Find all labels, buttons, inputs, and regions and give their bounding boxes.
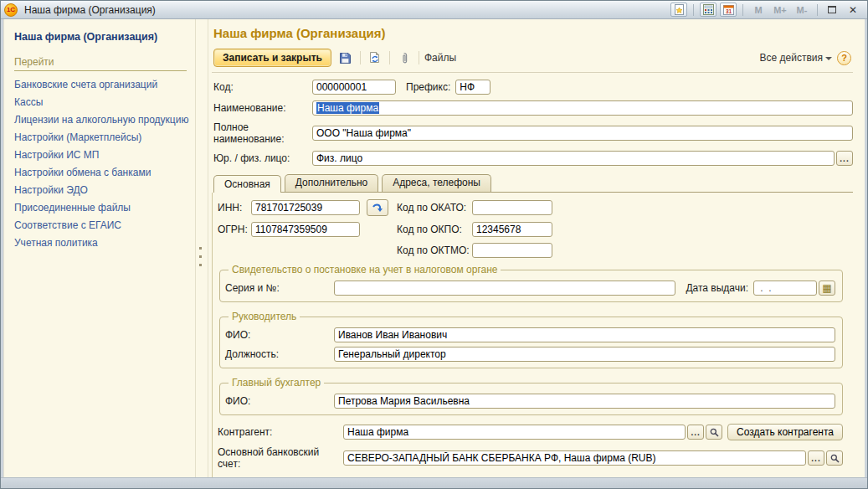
- sidebar-splitter[interactable]: [195, 19, 208, 477]
- toolbar-separator: [419, 51, 419, 64]
- memory-add-button[interactable]: M+: [771, 3, 789, 17]
- toolbar: Записать и закрыть Файлы Все действия ?: [212, 49, 853, 73]
- code-label: Код:: [213, 81, 312, 93]
- files-button[interactable]: Файлы: [424, 52, 456, 64]
- code-input[interactable]: [312, 80, 396, 95]
- ogrn-input[interactable]: [251, 222, 360, 237]
- bank-account-search-icon[interactable]: [826, 450, 843, 466]
- series-label: Серия и №:: [225, 282, 334, 294]
- director-group-title: Руководитель: [229, 311, 300, 322]
- director-group: Руководитель ФИО: Должность:: [219, 311, 843, 368]
- toolbar-separator: [389, 51, 390, 64]
- director-fio-label: ФИО:: [225, 329, 334, 341]
- counterparty-input[interactable]: [343, 425, 686, 440]
- director-position-label: Должность:: [225, 348, 334, 360]
- counterparty-search-icon[interactable]: [706, 425, 722, 440]
- sidebar-section-goto: Перейти: [14, 56, 187, 71]
- ogrn-label: ОГРН:: [218, 224, 251, 235]
- maximize-button[interactable]: [824, 3, 840, 17]
- close-button[interactable]: ✕: [844, 3, 862, 17]
- 1c-logo-icon: 1С: [4, 3, 18, 17]
- titlebar: 1С Наша фирма (Организация) 31 M M+ M- ✕: [1, 1, 867, 19]
- date-picker-icon[interactable]: ▦: [819, 281, 835, 296]
- issue-date-input[interactable]: [753, 281, 817, 296]
- help-button[interactable]: ?: [837, 51, 851, 65]
- memory-subtract-button[interactable]: M-: [793, 3, 811, 17]
- accountant-fio-input[interactable]: [334, 394, 835, 409]
- memory-recall-button[interactable]: M: [749, 3, 768, 17]
- tab-additional[interactable]: Дополнительно: [285, 174, 378, 192]
- counterparty-label: Контрагент:: [218, 426, 343, 438]
- counterparty-select-button[interactable]: ...: [687, 425, 704, 440]
- entity-type-label: Юр. / физ. лицо:: [213, 152, 312, 164]
- sidebar-link-alcohol-licenses[interactable]: Лицензии на алкогольную продукцию: [14, 111, 190, 129]
- issue-date-label: Дата выдачи:: [686, 282, 748, 294]
- certificate-group-title: Свидетельство о постановке на учет в нал…: [229, 264, 501, 275]
- bank-account-input[interactable]: [343, 450, 806, 466]
- tab-page-main: ИНН: Код по ОКАТО: ОГРН: Код по ОКПО:: [212, 193, 853, 477]
- name-input[interactable]: Наша фирма: [312, 100, 853, 116]
- paperclip-icon[interactable]: [395, 49, 413, 66]
- main-panel: Наша фирма (Организация) Записать и закр…: [208, 19, 865, 477]
- sidebar-link-egais-mapping[interactable]: Соответствие с ЕГАИС: [14, 217, 190, 234]
- save-icon[interactable]: [336, 49, 355, 66]
- full-name-input[interactable]: [312, 126, 853, 141]
- certificate-group: Свидетельство о постановке на учет в нал…: [219, 264, 843, 302]
- toolbar-separator: [360, 51, 361, 64]
- chevron-down-icon: [825, 57, 832, 60]
- sidebar-link-bank-exchange-settings[interactable]: Настройки обмена с банками: [14, 164, 190, 182]
- reread-icon[interactable]: [366, 49, 384, 66]
- save-and-close-button[interactable]: Записать и закрыть: [213, 49, 331, 67]
- tab-addresses[interactable]: Адреса, телефоны: [382, 174, 491, 192]
- favorites-icon[interactable]: [670, 3, 687, 17]
- series-input[interactable]: [334, 281, 675, 296]
- prefix-label: Префикс:: [406, 81, 450, 93]
- full-name-label: Полное наименование:: [213, 121, 312, 145]
- director-position-input[interactable]: [334, 347, 835, 362]
- page-title: Наша фирма (Организация): [213, 26, 853, 40]
- okato-input[interactable]: [472, 200, 552, 215]
- entity-type-select-button[interactable]: ...: [836, 151, 853, 166]
- sidebar: Наша фирма (Организация) Перейти Банковс…: [4, 19, 195, 477]
- inn-label: ИНН:: [218, 202, 251, 214]
- sidebar-title: Наша фирма (Организация): [14, 31, 190, 43]
- titlebar-separator: [693, 4, 694, 16]
- titlebar-separator: [742, 4, 743, 16]
- sidebar-link-accounting-policy[interactable]: Учетная политика: [14, 234, 190, 252]
- sidebar-link-edo-settings[interactable]: Настройки ЭДО: [14, 182, 190, 199]
- sidebar-link-bank-accounts[interactable]: Банковские счета организаций: [14, 76, 190, 94]
- sidebar-link-marketplaces-settings[interactable]: Настройки (Маркетплейсы): [14, 129, 190, 147]
- tab-main[interactable]: Основная: [213, 175, 281, 193]
- director-fio-input[interactable]: [334, 327, 835, 342]
- app-window: 1С Наша фирма (Организация) 31 M M+ M- ✕: [0, 0, 868, 489]
- chief-accountant-group-title: Главный бухгалтер: [229, 377, 324, 389]
- bank-account-select-button[interactable]: ...: [808, 450, 824, 466]
- tabstrip: Основная Дополнительно Адреса, телефоны: [213, 174, 853, 193]
- calendar-icon[interactable]: 31: [720, 3, 737, 17]
- accountant-fio-label: ФИО:: [225, 395, 334, 407]
- all-actions-button[interactable]: Все действия: [760, 52, 832, 64]
- okpo-input[interactable]: [472, 222, 552, 237]
- titlebar-separator: [817, 4, 818, 16]
- svg-text:31: 31: [725, 8, 732, 14]
- selected-text: Наша фирма: [316, 102, 379, 114]
- fill-by-inn-button[interactable]: [367, 199, 388, 216]
- sidebar-link-ismp-settings[interactable]: Настройки ИС МП: [14, 147, 190, 164]
- okato-label: Код по ОКАТО:: [397, 202, 472, 214]
- sidebar-link-attached-files[interactable]: Присоединенные файлы: [14, 199, 190, 217]
- okpo-label: Код по ОКПО:: [397, 224, 472, 235]
- prefix-input[interactable]: [455, 80, 490, 95]
- sidebar-link-cash-desks[interactable]: Кассы: [14, 94, 190, 111]
- create-counterparty-button[interactable]: Создать контрагента: [727, 424, 843, 440]
- oktmo-label: Код по ОКТМО:: [397, 244, 472, 256]
- oktmo-input[interactable]: [472, 243, 552, 258]
- window-resize-edge[interactable]: [1, 477, 867, 488]
- name-label: Наименование:: [213, 102, 312, 114]
- inn-input[interactable]: [251, 200, 360, 215]
- organization-form: Код: Префикс: Наименование: Наша фирма П…: [212, 73, 853, 477]
- entity-type-input[interactable]: [312, 151, 835, 166]
- calculator-icon[interactable]: [700, 3, 716, 17]
- bank-account-label: Основной банковский счет:: [218, 446, 343, 470]
- chief-accountant-group: Главный бухгалтер ФИО:: [219, 377, 843, 415]
- window-title: Наша фирма (Организация): [24, 4, 156, 16]
